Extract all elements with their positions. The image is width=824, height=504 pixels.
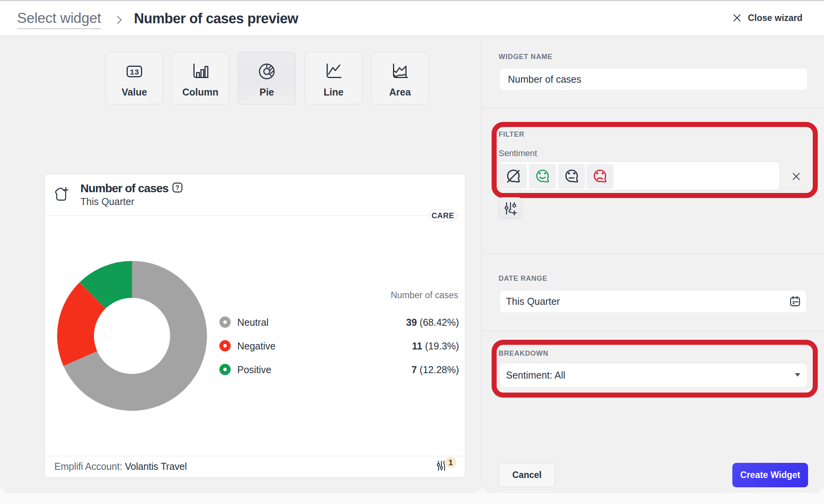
svg-text:?: ? (176, 184, 179, 191)
svg-text:13: 13 (130, 68, 139, 77)
